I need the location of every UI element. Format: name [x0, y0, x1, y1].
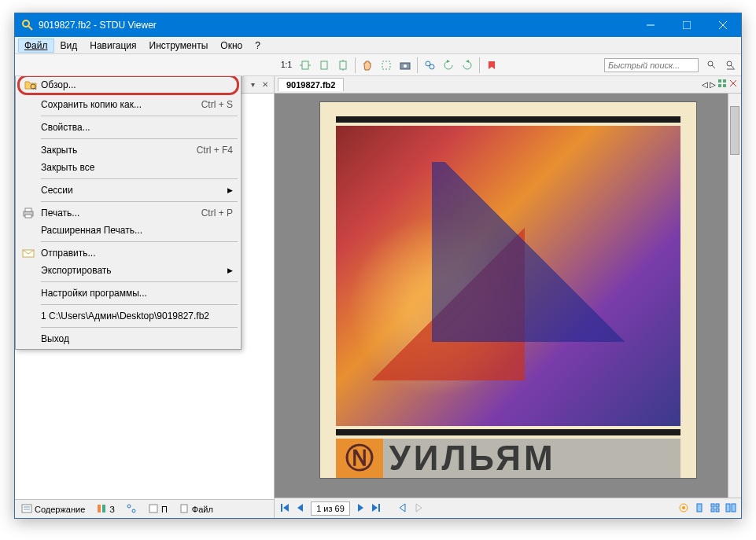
menu-file[interactable]: Файл — [18, 39, 54, 53]
fit-height-icon[interactable] — [334, 57, 352, 74]
page-decor-bar — [336, 116, 680, 123]
svg-rect-51 — [711, 504, 714, 507]
sidebar-tab-search[interactable]: П — [143, 501, 172, 517]
select-tool-icon[interactable] — [378, 57, 395, 74]
find-icon[interactable] — [421, 57, 438, 74]
sidebar-tab-bookmarks[interactable]: З — [91, 501, 120, 517]
svg-rect-54 — [716, 509, 719, 512]
maximize-button[interactable] — [669, 13, 705, 37]
menu-separator — [41, 327, 238, 328]
svg-rect-3 — [683, 21, 691, 29]
close-button[interactable] — [705, 13, 741, 37]
view-settings-icon[interactable] — [678, 502, 689, 515]
document-viewer[interactable]: Ⓝ УИЛЬЯМ — [275, 94, 741, 498]
tab-close-icon[interactable] — [728, 79, 738, 90]
menu-item-sessions[interactable]: Сессии ▶ — [17, 182, 239, 199]
sidebar-tab-file[interactable]: Файл — [174, 501, 218, 517]
tab-prev-icon[interactable]: ◁ — [702, 80, 708, 89]
vertical-scrollbar[interactable] — [728, 94, 741, 498]
svg-rect-6 — [302, 61, 308, 69]
svg-line-21 — [712, 65, 715, 68]
svg-marker-44 — [372, 504, 378, 512]
tab-next-icon[interactable]: ▷ — [710, 80, 716, 89]
bookmark-icon[interactable] — [483, 57, 500, 74]
menu-help[interactable]: ? — [249, 39, 267, 53]
rotate-right-icon[interactable] — [459, 57, 476, 74]
submenu-arrow-icon: ▶ — [227, 186, 233, 194]
search-prev-icon[interactable] — [703, 57, 721, 74]
menu-item-advanced-print[interactable]: Расширенная Печать... — [17, 222, 239, 239]
tab-grid-icon[interactable] — [717, 79, 727, 90]
svg-rect-52 — [716, 504, 719, 507]
menu-separator — [41, 281, 238, 282]
menu-item-close-all[interactable]: Закрыть все — [17, 159, 239, 176]
menu-window[interactable]: Окно — [214, 39, 249, 53]
menu-tools[interactable]: Инструменты — [143, 39, 215, 53]
sidebar-tab-label: Файл — [192, 505, 213, 514]
sidebar-tab-thumbnails[interactable] — [121, 501, 142, 517]
menu-item-recent-1[interactable]: 1 C:\Users\Админ\Desktop\9019827.fb2 — [17, 307, 239, 325]
minimize-button[interactable] — [632, 13, 669, 37]
nav-forward-icon[interactable] — [413, 502, 424, 515]
nav-first-icon[interactable] — [279, 502, 290, 515]
toolbar-separator — [355, 57, 356, 73]
nav-back-icon[interactable] — [397, 502, 408, 515]
page-decor-bar — [336, 429, 680, 435]
layout-single-icon[interactable] — [694, 502, 705, 515]
menu-view[interactable]: Вид — [54, 39, 84, 53]
menu-item-browse[interactable]: Обзор... — [17, 76, 239, 95]
tab-strip-controls: ◁ ▷ — [702, 79, 738, 90]
layout-facing-icon[interactable] — [725, 502, 736, 515]
svg-marker-41 — [283, 504, 289, 512]
menu-item-print[interactable]: Печать... Ctrl + P — [17, 204, 239, 222]
sidebar-dropdown-icon[interactable]: ▾ — [247, 79, 258, 90]
menu-item-settings[interactable]: Настройки программы... — [17, 285, 239, 302]
page-number-input[interactable] — [311, 501, 350, 516]
svg-point-0 — [23, 20, 29, 27]
svg-rect-34 — [718, 79, 721, 83]
search-next-icon[interactable] — [722, 57, 739, 74]
menu-item-send[interactable]: Отправить... — [17, 244, 239, 262]
svg-rect-25 — [22, 505, 31, 512]
menubar: Файл Вид Навигация Инструменты Окно ? — [15, 37, 741, 54]
window-title: 9019827.fb2 - STDU Viewer — [39, 20, 632, 31]
menu-item-save-copy[interactable]: Сохранить копию как... Ctrl + S — [17, 96, 239, 113]
svg-rect-33 — [181, 505, 187, 512]
document-tab[interactable]: 9019827.fb2 — [278, 78, 344, 91]
nav-last-icon[interactable] — [371, 502, 382, 515]
snapshot-tool-icon[interactable] — [396, 57, 414, 74]
svg-rect-37 — [723, 84, 726, 87]
svg-rect-9 — [321, 61, 327, 69]
browse-icon — [24, 79, 37, 91]
nav-prev-icon[interactable] — [295, 502, 306, 515]
sidebar-tab-contents[interactable]: Содержание — [17, 501, 90, 517]
menu-item-close[interactable]: Закрыть Ctrl + F4 — [17, 141, 239, 159]
zoom-11-button[interactable]: 1:1 — [278, 57, 295, 74]
menu-item-exit[interactable]: Выход — [17, 330, 239, 347]
fit-page-icon[interactable] — [315, 57, 333, 74]
bookmarks-icon — [96, 503, 107, 516]
rotate-left-icon[interactable] — [440, 57, 457, 74]
print-icon — [22, 207, 35, 219]
layout-continuous-icon[interactable] — [710, 502, 721, 515]
book-cover-image — [336, 126, 680, 426]
svg-rect-53 — [711, 509, 714, 512]
hand-tool-icon[interactable] — [359, 57, 376, 74]
fit-width-icon[interactable] — [297, 57, 314, 74]
toolbar-right: 1:1 — [278, 57, 739, 74]
sidebar-close-icon[interactable]: ✕ — [260, 79, 271, 90]
menu-navigation[interactable]: Навигация — [83, 39, 142, 53]
app-window: 9019827.fb2 - STDU Viewer Файл Вид Навиг… — [14, 13, 742, 519]
search-input[interactable] — [604, 58, 699, 72]
svg-point-30 — [127, 505, 131, 508]
search-panel-icon — [148, 503, 159, 516]
svg-rect-10 — [340, 61, 346, 69]
menu-item-properties[interactable]: Свойства... — [17, 119, 239, 136]
nav-next-icon[interactable] — [355, 502, 366, 515]
menu-separator — [41, 201, 238, 202]
window-controls — [632, 13, 741, 37]
menu-item-export[interactable]: Экспортировать ▶ — [17, 262, 239, 279]
svg-line-23 — [731, 65, 734, 68]
toolbar-separator — [417, 57, 418, 73]
submenu-arrow-icon: ▶ — [227, 266, 233, 274]
